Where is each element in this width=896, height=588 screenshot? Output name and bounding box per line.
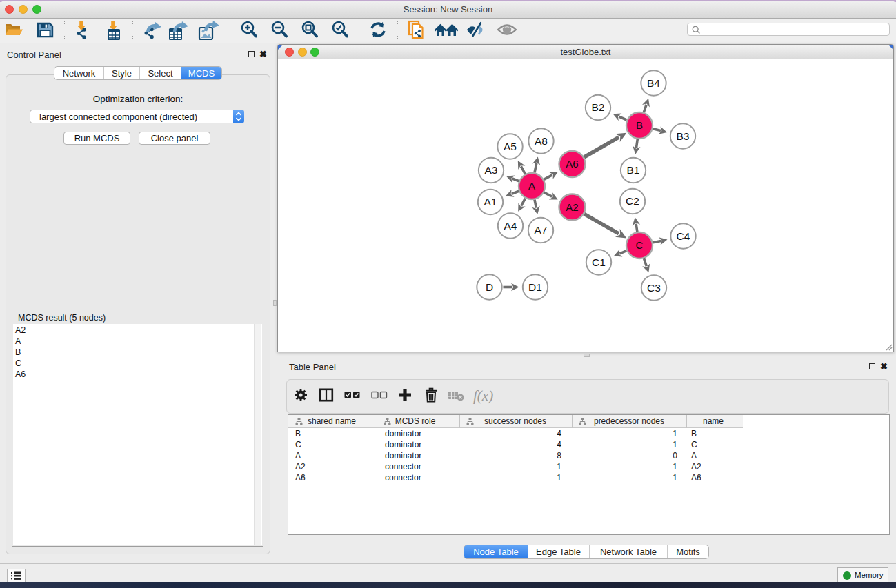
svg-text:B2: B2	[592, 101, 605, 113]
svg-text:A6: A6	[566, 158, 578, 170]
svg-text:A3: A3	[485, 164, 498, 176]
svg-text:C1: C1	[592, 256, 606, 268]
svg-text:A8: A8	[535, 135, 548, 147]
svg-text:D: D	[486, 281, 493, 293]
svg-text:B4: B4	[647, 77, 660, 89]
svg-text:C: C	[636, 239, 644, 251]
svg-text:A5: A5	[504, 141, 517, 152]
svg-text:B1: B1	[627, 164, 640, 176]
svg-text:C3: C3	[647, 282, 661, 294]
svg-text:A7: A7	[535, 224, 548, 236]
svg-text:B3: B3	[677, 130, 690, 142]
svg-text:A4: A4	[504, 220, 517, 232]
svg-text:C4: C4	[677, 230, 690, 242]
svg-text:D1: D1	[528, 281, 542, 293]
svg-text:A: A	[528, 180, 535, 192]
svg-text:B: B	[636, 119, 643, 131]
svg-text:C2: C2	[626, 195, 639, 207]
svg-text:A1: A1	[484, 196, 497, 207]
svg-text:A2: A2	[566, 201, 578, 213]
